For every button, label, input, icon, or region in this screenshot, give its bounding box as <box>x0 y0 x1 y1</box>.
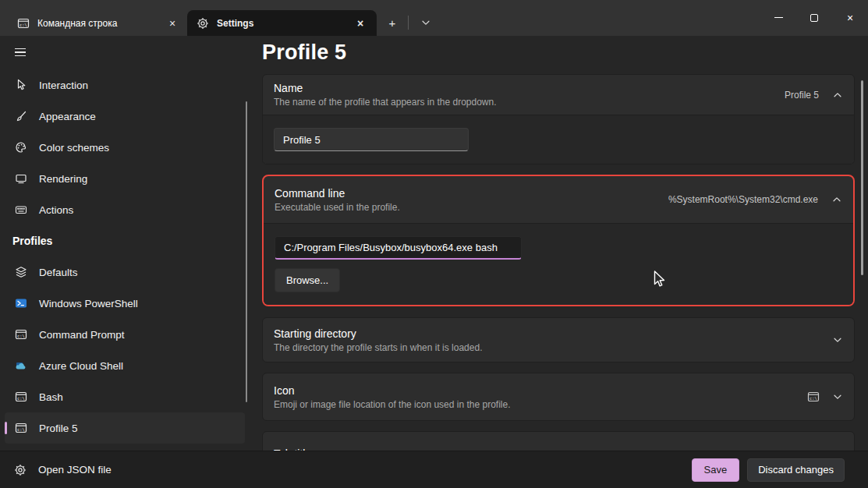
sidebar-item-bash[interactable]: c:\ Bash <box>5 381 245 412</box>
profiles-section-label: Profiles <box>0 225 250 256</box>
hamburger-menu-button[interactable] <box>8 41 33 64</box>
maximize-button[interactable] <box>796 0 832 35</box>
windows-terminal-settings-window: c:\ Командная строка × Settings × + × <box>0 0 868 488</box>
sidebar-item-interaction[interactable]: Interaction <box>5 69 245 101</box>
setting-caption: The directory the profile starts in when… <box>274 342 832 353</box>
sidebar-item-defaults[interactable]: Defaults <box>5 256 245 288</box>
mouse-cursor <box>654 271 665 288</box>
setting-title: Name <box>274 82 785 94</box>
setting-card-icon: Icon Emoji or image file location of the… <box>262 373 855 421</box>
command-line-expander-header[interactable]: Command line Executable used in the prof… <box>264 176 853 223</box>
setting-caption: The name of the profile that appears in … <box>274 97 785 108</box>
open-json-file-button[interactable]: Open JSON file <box>0 462 692 478</box>
footer-bar: Open JSON file Save Discard changes <box>0 451 868 488</box>
window-controls: × <box>760 0 868 35</box>
tab-settings[interactable]: Settings × <box>187 10 377 36</box>
setting-card-tab-title: Tab title <box>262 431 855 451</box>
tab-title-expander-header[interactable]: Tab title <box>263 432 854 451</box>
sidebar-item-color-schemes[interactable]: Color schemes <box>5 132 245 163</box>
setting-caption: Executable used in the profile. <box>275 202 668 213</box>
sidebar-item-command-prompt[interactable]: c:\ Command Prompt <box>5 319 245 350</box>
sidebar: Interaction Appearance Color schemes Ren… <box>0 36 250 451</box>
maximize-icon <box>810 14 818 22</box>
powershell-icon <box>13 295 29 311</box>
minimize-icon <box>774 17 783 18</box>
sidebar-scrollbar[interactable] <box>246 101 247 402</box>
svg-text:c:\: c:\ <box>19 22 27 27</box>
rendering-icon <box>13 171 29 186</box>
setting-card-command-line: Command line Executable used in the prof… <box>262 175 855 306</box>
sidebar-item-actions[interactable]: Actions <box>5 194 245 225</box>
main-scrollbar[interactable] <box>861 80 863 275</box>
browse-button[interactable]: Browse... <box>275 268 340 292</box>
command-line-input[interactable] <box>275 236 522 260</box>
gear-icon <box>12 462 28 478</box>
svg-text:c:\: c:\ <box>810 396 817 401</box>
page-title: Profile 5 <box>262 41 868 65</box>
sidebar-item-windows-powershell[interactable]: Windows PowerShell <box>5 288 245 319</box>
cmd-icon: c:\ <box>13 327 29 342</box>
minimize-button[interactable] <box>760 0 796 35</box>
new-tab-button[interactable]: + <box>381 12 403 33</box>
name-expander-header[interactable]: Name The name of the profile that appear… <box>263 75 854 115</box>
profile-icon-preview: c:\ <box>807 391 820 403</box>
sidebar-item-azure-cloud-shell[interactable]: Azure Cloud Shell <box>5 350 245 381</box>
sidebar-item-appearance[interactable]: Appearance <box>5 101 245 132</box>
setting-current-value: Profile 5 <box>785 90 819 101</box>
cmd-icon: c:\ <box>13 389 29 405</box>
chevron-up-icon <box>832 90 843 101</box>
save-button[interactable]: Save <box>692 458 740 482</box>
close-tab-icon[interactable]: × <box>352 15 369 32</box>
setting-card-name: Name The name of the profile that appear… <box>262 74 855 164</box>
close-tab-icon[interactable]: × <box>164 15 181 32</box>
close-window-button[interactable]: × <box>832 0 868 35</box>
svg-text:c:\: c:\ <box>17 334 25 338</box>
chevron-down-icon <box>832 334 843 345</box>
setting-caption: Emoji or image file location of the icon… <box>274 399 807 410</box>
cmd-icon: c:\ <box>17 17 30 30</box>
sidebar-item-rendering[interactable]: Rendering <box>5 163 245 194</box>
setting-title: Starting directory <box>274 327 832 340</box>
tab-label: Settings <box>217 18 352 29</box>
discard-changes-button[interactable]: Discard changes <box>747 458 845 482</box>
profile-name-input[interactable] <box>274 128 469 151</box>
azure-cloud-icon <box>13 358 29 373</box>
setting-current-value: %SystemRoot%\System32\cmd.exe <box>668 194 818 205</box>
tabbar-divider <box>408 16 409 30</box>
icon-expander-header[interactable]: Icon Emoji or image file location of the… <box>263 373 854 420</box>
starting-directory-expander-header[interactable]: Starting directory The directory the pro… <box>263 318 854 362</box>
svg-text:c:\: c:\ <box>17 396 25 401</box>
layers-icon <box>13 264 29 280</box>
sidebar-nav: Interaction Appearance Color schemes Ren… <box>0 69 250 444</box>
gear-icon <box>197 17 209 30</box>
actions-icon <box>13 202 29 217</box>
interaction-icon <box>13 77 29 93</box>
titlebar: c:\ Командная строка × Settings × + × <box>0 0 868 36</box>
tab-label: Командная строка <box>37 18 164 29</box>
tab-dropdown-button[interactable] <box>415 12 437 33</box>
chevron-down-icon <box>832 391 843 402</box>
tab-command-prompt[interactable]: c:\ Командная строка × <box>9 10 187 36</box>
setting-title: Command line <box>275 187 668 200</box>
appearance-icon <box>13 108 29 124</box>
cmd-icon: c:\ <box>13 420 29 436</box>
chevron-up-icon <box>831 194 842 205</box>
main-content: Profile 5 Name The name of the profile t… <box>250 36 868 451</box>
svg-text:c:\: c:\ <box>17 427 25 432</box>
sidebar-item-profile-5[interactable]: c:\ Profile 5 <box>5 412 245 444</box>
setting-title: Icon <box>274 384 807 397</box>
tab-strip: c:\ Командная строка × Settings × + <box>0 0 438 36</box>
setting-card-starting-directory: Starting directory The directory the pro… <box>262 317 855 362</box>
color-schemes-icon <box>13 140 29 155</box>
